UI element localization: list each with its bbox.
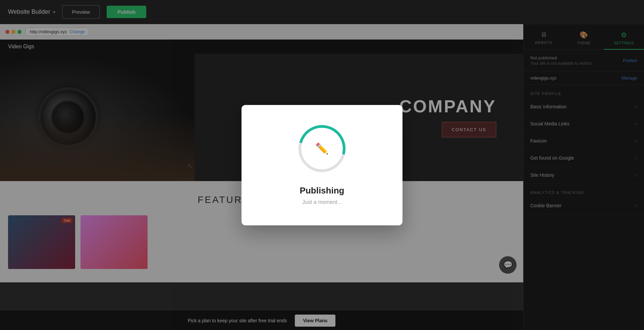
publishing-title: Publishing [268,185,376,196]
spinner-container: ✏️ [299,125,345,172]
modal-overlay: ✏️ Publishing Just a moment... [0,0,644,330]
spinner-icon: ✏️ [315,142,329,155]
publishing-modal: ✏️ Publishing Just a moment... [241,105,402,225]
publishing-subtitle: Just a moment... [268,199,376,205]
